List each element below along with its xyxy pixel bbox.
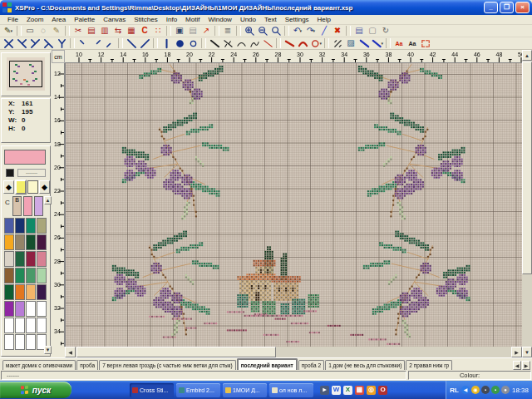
stitch-y[interactable] (55, 37, 68, 49)
start-button[interactable]: пуск (0, 382, 71, 398)
palette-swatch-1-3[interactable] (37, 234, 47, 250)
document-tab-4[interactable]: последний вариант (237, 358, 298, 370)
rotate-selection[interactable]: C (138, 25, 151, 37)
menu-stitches[interactable]: Stitches (130, 16, 161, 23)
document-tab-6[interactable]: 1 дом (не весь для стыковки) (325, 360, 405, 370)
palette-swatch-3-0[interactable] (4, 268, 14, 283)
selection-dashed[interactable] (419, 37, 432, 49)
backstitch-colour-swatch[interactable]: B (12, 196, 22, 216)
yellow-bright-swatch[interactable] (15, 180, 27, 195)
special-stitch[interactable] (331, 37, 344, 49)
stitch-half-back[interactable] (125, 37, 138, 49)
wave-tool[interactable] (248, 37, 261, 49)
scroll-left-button[interactable]: ◀ (65, 347, 76, 357)
palette-swatch-2-3[interactable] (37, 251, 47, 267)
menu-motif[interactable]: Motif (181, 16, 204, 23)
scroll-down-button[interactable]: ▼ (522, 347, 532, 357)
palette-swatch-4-2[interactable] (26, 284, 36, 300)
palette-swatch-0-2[interactable] (26, 218, 36, 234)
excel-icon[interactable]: X (343, 386, 352, 395)
palette-swatch-1-1[interactable] (15, 234, 25, 250)
title-bar[interactable]: XSPro - C:\Documents and Settings\Rimma\… (0, 0, 532, 15)
palette-swatch-5-3[interactable] (37, 301, 47, 317)
document-tab-7[interactable]: 2 правая ниж гр (406, 360, 452, 370)
task-button-2[interactable]: Embird 2... (176, 383, 220, 397)
palette-swatch-4-1[interactable] (15, 284, 25, 300)
yellow-pale-swatch[interactable] (27, 180, 38, 194)
scroll-right-button[interactable]: ▶ (511, 347, 522, 357)
menu-zoom[interactable]: Zoom (22, 16, 47, 23)
menu-palette[interactable]: Palette (70, 16, 99, 23)
horizontal-scrollbar[interactable]: ◀ ▶ (65, 347, 522, 357)
document-tab-3[interactable]: 7 верхн левая гроздь (с частью ниж ветки… (99, 360, 235, 370)
menu-area[interactable]: Area (47, 16, 70, 23)
task-button-4[interactable]: ол нов л... (269, 383, 313, 397)
dash-sample[interactable]: ------- (17, 169, 46, 177)
palette-swatch-4-3[interactable] (37, 284, 47, 300)
pencil-tool[interactable]: ✎▾ (2, 25, 15, 37)
current-colour-swatch[interactable] (4, 150, 46, 165)
palette-swatch-1-2[interactable] (26, 234, 36, 250)
black-sample-swatch[interactable] (6, 169, 14, 177)
menu-info[interactable]: Info (162, 16, 181, 23)
rotate-canvas[interactable]: ↻ (379, 25, 392, 37)
palette-swatch-5-2[interactable] (26, 301, 36, 317)
backstitch-ticks[interactable] (221, 37, 234, 49)
palette-swatch-6-0[interactable] (4, 318, 14, 333)
zoom-actual[interactable] (269, 25, 283, 37)
undo[interactable]: ↶▾ (291, 25, 304, 37)
opera-icon[interactable]: O (378, 386, 387, 395)
palette-swatch-5-0[interactable] (4, 301, 14, 317)
palette-swatch-0-3[interactable] (37, 218, 47, 234)
palette-swatch-7-0[interactable] (4, 334, 14, 350)
palette-swatch-0-0[interactable] (4, 218, 14, 234)
palette-swatch-6-3[interactable] (37, 318, 47, 333)
palette-swatch-6-1[interactable] (15, 318, 25, 333)
stitch-three-quarter-2[interactable] (28, 37, 42, 49)
tray-icon-dark[interactable]: ▪ (481, 386, 490, 394)
print-preview[interactable]: ▤ (186, 25, 200, 37)
blend-left-button[interactable]: ◆ (3, 180, 14, 194)
menu-help[interactable]: Help (313, 16, 335, 23)
pointer-tool[interactable]: ↗ (200, 25, 213, 37)
stitch-three-quarter-3[interactable] (42, 37, 55, 49)
palette-swatch-2-1[interactable] (15, 251, 25, 267)
tray-icon-green[interactable]: ▪ (491, 386, 500, 394)
menu-canvas[interactable]: Canvas (99, 16, 130, 23)
stitch-quarter-3[interactable] (103, 37, 116, 49)
pattern-selection[interactable]: ▦ (125, 25, 138, 37)
tray-icon-yellow[interactable]: ◉ (471, 386, 480, 394)
curve-tool[interactable] (234, 37, 248, 49)
text-tool[interactable]: Aa (406, 37, 419, 49)
stitch-three-quarter-1[interactable] (15, 37, 28, 49)
menu-window[interactable]: Window (204, 16, 235, 23)
media-player-icon[interactable]: ▸ (320, 386, 329, 395)
menu-settings[interactable]: Settings (281, 16, 313, 23)
thread-palette[interactable]: ≣ (221, 25, 234, 37)
palette-swatch-3-1[interactable] (15, 268, 25, 283)
backstitch[interactable] (208, 37, 221, 49)
french-knot[interactable] (173, 37, 186, 49)
tab-scroll-right[interactable]: ▶ (522, 361, 530, 370)
longstitch-blue[interactable] (357, 37, 371, 49)
move-selection[interactable]: ∷ (151, 25, 165, 37)
language-indicator[interactable]: RL (450, 387, 459, 394)
view-mode[interactable]: ▣ (173, 25, 186, 37)
clock[interactable]: 18:38 (512, 387, 529, 394)
line-tool[interactable]: ╱ (318, 25, 331, 37)
palette-swatch-4-0[interactable] (4, 284, 14, 300)
tab-scroll-left[interactable]: ◀ (513, 361, 521, 370)
palette-scroll-down[interactable]: ▼ (44, 346, 52, 354)
erase-tool[interactable]: ✖ (331, 25, 344, 37)
bead[interactable] (186, 37, 200, 49)
palette-swatch-5-1[interactable] (15, 301, 25, 317)
vertical-scroll-thumb[interactable] (522, 62, 532, 274)
menu-undo[interactable]: Undo (236, 16, 260, 23)
palette-swatch-7-2[interactable] (26, 334, 36, 350)
redo[interactable]: ↷▾ (304, 25, 318, 37)
ring-icon[interactable]: ◎ (367, 386, 376, 395)
palette-swatch-2-0[interactable] (4, 251, 14, 267)
tall-swatch-2[interactable] (23, 196, 32, 216)
blend-right-button[interactable]: ◆ (39, 180, 50, 194)
select-edit[interactable]: ✎ (50, 25, 63, 37)
